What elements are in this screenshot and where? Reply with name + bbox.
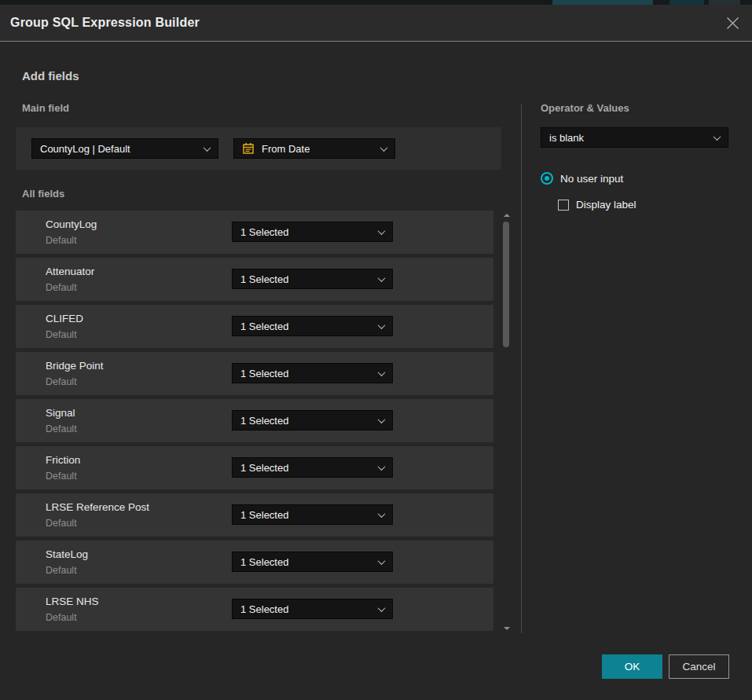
field-subtitle: Default	[46, 376, 77, 387]
field-name: Bridge Point	[46, 360, 104, 372]
checkbox-label: Display label	[576, 199, 636, 211]
field-selection-dropdown[interactable]: 1 Selected	[232, 504, 393, 525]
field-selection-value: 1 Selected	[240, 603, 288, 615]
field-selection-dropdown[interactable]: 1 Selected	[232, 269, 393, 289]
display-label-checkbox[interactable]: Display label	[558, 199, 636, 211]
close-button[interactable]	[724, 14, 741, 31]
field-subtitle: Default	[46, 423, 77, 434]
all-fields-label: All fields	[22, 188, 64, 200]
list-item[interactable]: Signal Default 1 Selected	[16, 399, 493, 442]
chevron-down-icon	[378, 604, 386, 612]
main-field-field-dropdown[interactable]: From Date	[233, 138, 395, 159]
field-name: CountyLog	[46, 218, 97, 230]
screen: Group SQL Expression Builder Add fields …	[0, 0, 752, 700]
main-field-source-dropdown[interactable]: CountyLog | Default	[31, 138, 218, 159]
field-subtitle: Default	[46, 471, 77, 482]
operator-value: is blank	[549, 132, 584, 144]
field-selection-dropdown[interactable]: 1 Selected	[232, 599, 393, 619]
chevron-down-icon	[713, 133, 721, 141]
field-selection-value: 1 Selected	[240, 462, 288, 474]
chevron-down-icon	[378, 321, 386, 329]
field-selection-dropdown[interactable]: 1 Selected	[232, 457, 393, 478]
field-selection-value: 1 Selected	[240, 273, 288, 285]
chevron-down-icon	[378, 227, 386, 235]
chevron-down-icon	[378, 368, 386, 376]
field-name: LRSE NHS	[46, 596, 99, 607]
calendar-icon	[242, 142, 255, 155]
dialog-titlebar: Group SQL Expression Builder	[0, 5, 752, 42]
list-item[interactable]: Attenuator Default 1 Selected	[16, 258, 493, 301]
close-icon	[726, 16, 739, 30]
checkbox-unchecked-icon	[558, 200, 569, 211]
list-item[interactable]: CountyLog Default 1 Selected	[16, 211, 493, 254]
operator-values-label: Operator & Values	[541, 102, 629, 114]
field-subtitle: Default	[46, 282, 77, 293]
chevron-down-icon	[378, 557, 386, 565]
field-name: LRSE Reference Post	[46, 501, 149, 513]
panel-divider	[521, 104, 522, 633]
radio-selected-icon	[541, 172, 553, 185]
main-field-panel: CountyLog | Default From Date	[16, 127, 501, 170]
ok-button[interactable]: OK	[602, 654, 662, 679]
no-user-input-radio[interactable]: No user input	[541, 172, 623, 185]
field-selection-value: 1 Selected	[240, 321, 288, 332]
chevron-down-icon	[378, 274, 386, 282]
list-item[interactable]: Bridge Point Default 1 Selected	[16, 352, 493, 395]
add-fields-heading: Add fields	[22, 69, 79, 82]
scrollbar-thumb[interactable]	[503, 222, 509, 347]
scrollbar-down-arrow-icon[interactable]	[504, 627, 510, 630]
field-selection-value: 1 Selected	[240, 415, 288, 427]
list-item[interactable]: CLIFED Default 1 Selected	[16, 305, 493, 348]
chevron-down-icon	[380, 144, 388, 152]
field-name: Attenuator	[46, 266, 94, 277]
operator-dropdown[interactable]: is blank	[541, 127, 728, 148]
field-selection-dropdown[interactable]: 1 Selected	[232, 316, 393, 336]
chevron-down-icon	[204, 144, 211, 152]
field-selection-dropdown[interactable]: 1 Selected	[232, 222, 393, 242]
cancel-button[interactable]: Cancel	[669, 654, 729, 679]
chevron-down-icon	[378, 463, 386, 471]
field-selection-value: 1 Selected	[240, 556, 288, 568]
main-field-field-value: From Date	[262, 143, 310, 155]
field-name: Signal	[46, 407, 75, 419]
field-subtitle: Default	[46, 235, 77, 246]
field-subtitle: Default	[46, 565, 77, 576]
chevron-down-icon	[378, 416, 386, 423]
radio-label: No user input	[560, 173, 623, 185]
main-field-source-value: CountyLog | Default	[40, 143, 130, 155]
dialog-title: Group SQL Expression Builder	[10, 16, 200, 30]
field-selection-dropdown[interactable]: 1 Selected	[232, 552, 393, 572]
field-selection-value: 1 Selected	[240, 509, 288, 521]
field-selection-value: 1 Selected	[240, 226, 288, 238]
field-selection-dropdown[interactable]: 1 Selected	[232, 410, 393, 431]
field-subtitle: Default	[46, 329, 77, 340]
field-name: CLIFED	[46, 313, 83, 324]
field-name: Friction	[46, 454, 80, 466]
main-field-label: Main field	[22, 102, 69, 114]
group-sql-expression-builder-dialog: Group SQL Expression Builder Add fields …	[0, 5, 752, 700]
field-name: StateLog	[46, 548, 88, 560]
list-item[interactable]: LRSE Reference Post Default 1 Selected	[16, 493, 493, 537]
all-fields-list: CountyLog Default 1 Selected Attenuator …	[16, 211, 493, 635]
field-subtitle: Default	[46, 612, 77, 623]
field-selection-dropdown[interactable]: 1 Selected	[232, 363, 393, 383]
chevron-down-icon	[378, 510, 386, 518]
list-item[interactable]: StateLog Default 1 Selected	[16, 541, 493, 584]
field-selection-value: 1 Selected	[240, 368, 288, 379]
list-item[interactable]: Friction Default 1 Selected	[16, 446, 493, 489]
list-item[interactable]: LRSE NHS Default 1 Selected	[16, 588, 493, 631]
field-subtitle: Default	[46, 518, 77, 529]
